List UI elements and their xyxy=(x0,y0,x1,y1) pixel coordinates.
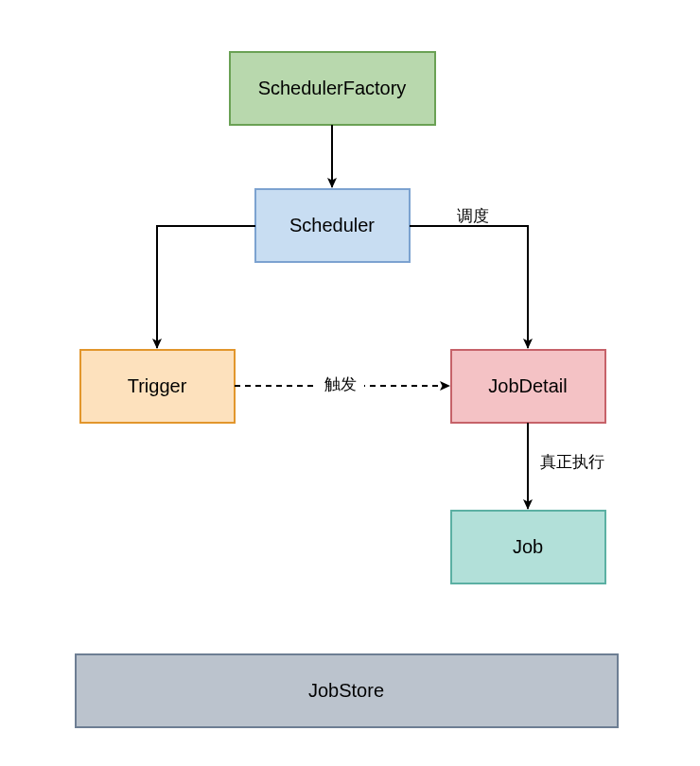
node-jobdetail-label: JobDetail xyxy=(488,375,567,396)
edge-trigger-label: 触发 xyxy=(324,375,357,393)
node-scheduler-label: Scheduler xyxy=(289,215,375,235)
edge-schedule-label: 调度 xyxy=(457,207,489,225)
node-scheduler-factory-label: SchedulerFactory xyxy=(258,78,407,98)
edge-scheduler-to-trigger xyxy=(157,226,255,348)
node-jobdetail: JobDetail xyxy=(451,350,605,423)
node-trigger-label: Trigger xyxy=(128,375,187,396)
node-trigger: Trigger xyxy=(80,350,235,423)
node-job: Job xyxy=(451,511,605,583)
node-jobstore-label: JobStore xyxy=(308,680,384,701)
node-jobstore: JobStore xyxy=(76,654,618,727)
node-job-label: Job xyxy=(513,536,543,557)
node-scheduler: Scheduler xyxy=(255,189,410,262)
node-scheduler-factory: SchedulerFactory xyxy=(230,52,435,125)
edge-scheduler-to-jobdetail xyxy=(410,226,528,348)
edge-execute-label: 真正执行 xyxy=(540,453,604,471)
